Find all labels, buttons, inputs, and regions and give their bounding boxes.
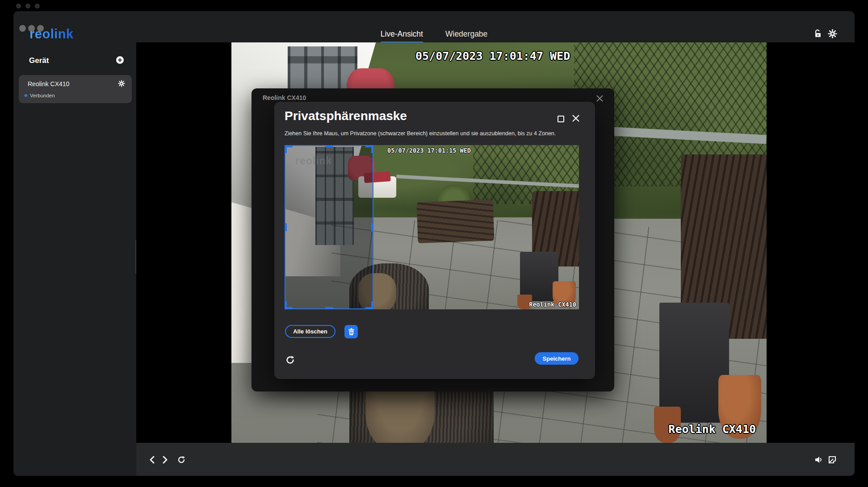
playback-control-bar <box>136 443 855 476</box>
osd-watermark: Reolink CX410 <box>668 423 756 436</box>
save-button[interactable]: Speichern <box>535 352 579 365</box>
gear-icon[interactable] <box>828 29 837 38</box>
zone-handle[interactable] <box>325 307 333 309</box>
close-icon[interactable] <box>571 113 581 123</box>
trash-button[interactable] <box>344 325 358 338</box>
preview-osd-watermark: Reolink CX410 <box>529 301 576 308</box>
device-status: Verbunden <box>25 93 55 98</box>
zone-handle[interactable] <box>371 223 373 231</box>
device-card[interactable]: Reolink CX410 Verbunden <box>19 75 132 103</box>
status-dot <box>25 94 27 97</box>
volume-icon[interactable] <box>814 455 823 464</box>
zone-handle[interactable] <box>285 301 293 309</box>
chevron-right-icon[interactable] <box>161 455 170 464</box>
status-text: Verbunden <box>30 93 55 98</box>
device-name: Reolink CX410 <box>28 80 69 87</box>
zone-handle[interactable] <box>285 223 287 231</box>
maximize-icon[interactable] <box>558 116 564 122</box>
background-traffic-light <box>35 4 40 8</box>
privacy-mask-preview[interactable]: reolink 05/07/2023 17:01:15 WED Reolink … <box>285 145 579 309</box>
clear-all-button[interactable]: Alle löschen <box>285 325 335 338</box>
dialog-title: Privatsphärenmaske <box>285 109 407 123</box>
osd-timestamp: 05/07/2023 17:01:47 WED <box>415 50 570 62</box>
refresh-icon[interactable] <box>177 455 186 464</box>
app-window: reolink Live-Ansicht Wiedergabe Gerät Re… <box>13 11 855 476</box>
zone-handle[interactable] <box>325 145 333 147</box>
zone-handle[interactable] <box>285 145 293 153</box>
refresh-icon[interactable] <box>285 355 295 365</box>
zone-handle[interactable] <box>365 145 373 153</box>
scene-shape <box>416 200 494 243</box>
preview-osd-timestamp: 05/07/2023 17:01:15 WED <box>387 147 471 154</box>
privacy-mask-dialog: Privatsphärenmaske Ziehen Sie Ihre Maus,… <box>274 102 595 379</box>
device-list-title: Gerät <box>29 56 49 65</box>
main-tabs: Live-Ansicht Wiedergabe <box>381 29 488 43</box>
settings-dialog-title: Reolink CX410 <box>263 94 306 101</box>
zone-handle[interactable] <box>365 301 373 309</box>
privacy-zone[interactable] <box>285 145 373 309</box>
tab-playback[interactable]: Wiedergabe <box>445 29 487 43</box>
trash-icon <box>348 328 355 335</box>
add-device-button[interactable] <box>116 56 124 64</box>
window-close-button[interactable] <box>19 25 26 32</box>
dialog-subtitle: Ziehen Sie Ihre Maus, um Privatzone (sch… <box>285 130 556 137</box>
tab-live-view[interactable]: Live-Ansicht <box>381 29 423 43</box>
lock-open-icon[interactable] <box>813 29 822 38</box>
fullscreen-icon[interactable] <box>828 455 837 464</box>
reolink-logo: reolink <box>29 27 74 42</box>
background-traffic-light <box>16 4 21 8</box>
background-traffic-light <box>25 4 30 8</box>
close-icon[interactable] <box>595 94 604 103</box>
device-settings-gear-icon[interactable] <box>118 80 125 87</box>
chevron-left-icon[interactable] <box>149 455 158 464</box>
